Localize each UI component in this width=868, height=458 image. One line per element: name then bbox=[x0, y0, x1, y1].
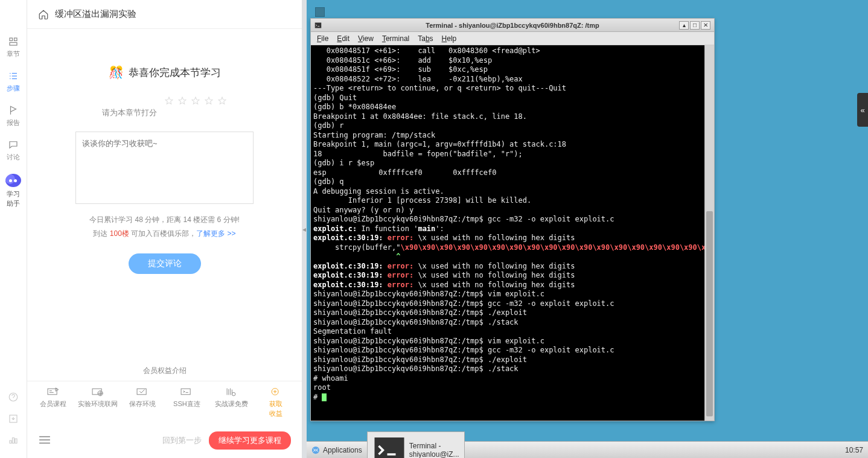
svg-rect-14 bbox=[137, 389, 146, 395]
svg-rect-15 bbox=[181, 389, 190, 395]
congrats-row: 🎊 恭喜你完成本节学习 bbox=[109, 65, 221, 80]
panel-content: 🎊 恭喜你完成本节学习 请为本章节打分 今日累计学习 48 分钟，距离 14 楼… bbox=[27, 29, 302, 361]
taskbar-clock: 10:57 bbox=[845, 446, 863, 454]
tool-env-network[interactable]: 实验环境联网 bbox=[77, 386, 119, 418]
feedback-textarea[interactable] bbox=[75, 132, 254, 204]
stars[interactable] bbox=[164, 96, 227, 106]
chevron-left-icon: ◂ bbox=[302, 226, 306, 233]
svg-rect-0 bbox=[10, 38, 13, 41]
stats-icon[interactable] bbox=[8, 435, 19, 446]
star-icon[interactable] bbox=[191, 96, 200, 106]
footer-bar: 回到第一步 继续学习更多课程 bbox=[27, 427, 302, 458]
tool-member-courses[interactable]: 会员课程 bbox=[32, 386, 74, 418]
menu-help[interactable]: Help bbox=[442, 34, 457, 43]
help-icon[interactable] bbox=[8, 392, 19, 402]
taskbar-item-terminal[interactable]: Terminal - shiyanlou@iZ... bbox=[367, 431, 465, 459]
nav-bottom bbox=[8, 392, 19, 446]
star-icon[interactable] bbox=[164, 96, 174, 106]
next-button[interactable]: 继续学习更多课程 bbox=[209, 431, 291, 450]
svg-point-22 bbox=[312, 446, 319, 453]
nav-chapters[interactable]: 章节 bbox=[7, 36, 20, 59]
star-icon[interactable] bbox=[217, 96, 227, 106]
learn-more-link[interactable]: 了解更多 >> bbox=[196, 229, 235, 238]
terminal-window: Terminal - shiyanlou@iZbp1bccykqv60i9hbn… bbox=[310, 18, 715, 421]
drawer-toggle[interactable]: « bbox=[857, 93, 868, 127]
submit-button[interactable]: 提交评论 bbox=[129, 253, 201, 274]
menubar: File Edit View Terminal Tabs Help bbox=[311, 32, 714, 45]
menu-view[interactable]: View bbox=[358, 34, 374, 43]
nav-report[interactable]: 报告 bbox=[7, 105, 20, 127]
scrollbar[interactable] bbox=[704, 45, 714, 421]
menu-file[interactable]: File bbox=[317, 34, 328, 43]
scrollbar-thumb[interactable] bbox=[706, 211, 713, 416]
minimize-button[interactable]: ▴ bbox=[679, 21, 689, 30]
menu-tabs[interactable]: Tabs bbox=[418, 34, 433, 43]
tool-free-course[interactable]: 实战课免费 bbox=[210, 386, 252, 418]
tool-ssh[interactable]: SSH直连 bbox=[165, 386, 208, 418]
list-icon[interactable] bbox=[38, 435, 51, 447]
menu-terminal[interactable]: Terminal bbox=[382, 34, 409, 43]
desktop-shortcut[interactable] bbox=[315, 7, 325, 17]
home-icon[interactable] bbox=[38, 9, 49, 20]
star-icon[interactable] bbox=[204, 96, 214, 106]
lesson-panel: 缓冲区溢出漏洞实验 🎊 恭喜你完成本节学习 请为本章节打分 今日累计学习 48 … bbox=[27, 0, 302, 458]
party-icon: 🎊 bbox=[109, 65, 124, 80]
panel-header: 缓冲区溢出漏洞实验 bbox=[27, 0, 302, 29]
taskbar: Applications Terminal - shiyanlou@iZ... … bbox=[307, 441, 868, 458]
svg-rect-2 bbox=[10, 43, 17, 46]
benefits-title: 会员权益介绍 bbox=[27, 361, 302, 381]
nav-assistant[interactable]: 学习 助手 bbox=[5, 174, 21, 208]
tool-save-env[interactable]: 保存环境 bbox=[121, 386, 164, 418]
window-title: Terminal - shiyanlou@iZbp1bccykqv60i9hbn… bbox=[311, 22, 714, 29]
terminal-output[interactable]: 0x08048517 <+61>: call 0x8048360 <fread@… bbox=[311, 45, 704, 421]
svg-rect-1 bbox=[14, 38, 18, 41]
nav-steps[interactable]: 步骤 bbox=[7, 71, 20, 93]
rating-label: 请为本章节打分 bbox=[102, 107, 157, 118]
rating: 请为本章节打分 bbox=[102, 83, 227, 118]
close-button[interactable]: ✕ bbox=[701, 21, 710, 30]
toolbar: 会员课程 实验环境联网 保存环境 SSH直连 实战课免费 获取收益 bbox=[27, 381, 302, 427]
download-icon[interactable] bbox=[8, 413, 19, 424]
prev-button[interactable]: 回到第一步 bbox=[162, 435, 202, 446]
splitter[interactable]: ◂ bbox=[302, 0, 307, 458]
terminal-icon bbox=[314, 22, 322, 29]
svg-rect-21 bbox=[315, 22, 322, 28]
taskbar-applications[interactable]: Applications bbox=[311, 446, 362, 454]
congrats-text: 恭喜你完成本节学习 bbox=[129, 66, 221, 80]
nav-discuss[interactable]: 讨论 bbox=[7, 139, 20, 162]
chevron-left-icon: « bbox=[860, 106, 864, 115]
tool-earn[interactable]: 获取收益 bbox=[255, 386, 297, 418]
titlebar[interactable]: Terminal - shiyanlou@iZbp1bccykqv60i9hbn… bbox=[311, 19, 714, 32]
desktop: Terminal - shiyanlou@iZbp1bccykqv60i9hbn… bbox=[307, 0, 868, 458]
study-stats: 今日累计学习 48 分钟，距离 14 楼还需 6 分钟! bbox=[89, 215, 240, 225]
page-title: 缓冲区溢出漏洞实验 bbox=[55, 8, 136, 20]
svg-point-16 bbox=[232, 392, 236, 396]
menu-edit[interactable]: Edit bbox=[337, 34, 349, 43]
star-icon[interactable] bbox=[177, 96, 187, 106]
club-info: 到达 100楼 可加入百楼俱乐部，了解更多 >> bbox=[93, 229, 235, 239]
left-nav: 章节 步骤 报告 讨论 学习 助手 bbox=[0, 0, 27, 458]
assistant-icon bbox=[5, 174, 21, 187]
maximize-button[interactable]: □ bbox=[690, 21, 700, 30]
